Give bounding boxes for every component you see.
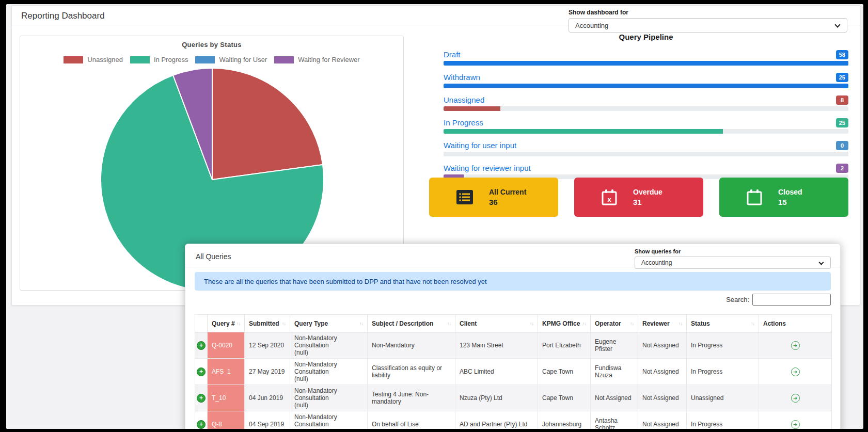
table-row[interactable]: +Q-002012 Sep 2020Non-Mandatory Consulta… — [195, 332, 832, 359]
dashboard-filter-label: Show dashboard for — [569, 9, 847, 16]
legend-swatch-icon — [195, 56, 215, 63]
column-header-subject-description[interactable]: Subject / Description↑↓ — [368, 315, 455, 332]
pipeline-rows: Draft58Withdrawn25Unassigned8In Progress… — [444, 50, 848, 179]
table-row[interactable]: +T_1004 Jun 2019Non-Mandatory Consultati… — [195, 385, 832, 411]
progress-track — [444, 84, 848, 88]
pipeline-status-link[interactable]: Unassigned — [444, 95, 484, 104]
cell-expand: + — [195, 332, 208, 359]
info-banner: These are all the queries that have been… — [195, 272, 831, 291]
column-header-expand — [195, 315, 208, 332]
search-input[interactable] — [752, 294, 831, 306]
cell-submitted: 27 May 2019 — [245, 359, 290, 385]
pipeline-status-link[interactable]: In Progress — [444, 118, 483, 127]
pipeline-status-link[interactable]: Withdrawn — [444, 73, 480, 82]
cell-subject: Testing 4 June: Non-mandatory — [368, 385, 455, 411]
pipeline-status-link[interactable]: Waiting for user input — [444, 141, 516, 150]
pipeline-row: Draft58 — [444, 50, 848, 66]
column-label: Query Type — [294, 320, 328, 327]
legend-item[interactable]: Waiting for Reviewer — [274, 56, 359, 63]
queries-filter-value: Accounting — [641, 259, 672, 266]
column-header-client[interactable]: Client↑↓ — [455, 315, 538, 332]
cell-reviewer: Not Assigned — [638, 332, 687, 359]
legend-item[interactable]: Waiting for User — [195, 56, 267, 63]
progress-fill — [444, 106, 500, 111]
column-header-query-[interactable]: Query #↑↓ — [208, 315, 245, 332]
expand-row-icon[interactable]: + — [197, 420, 206, 429]
column-header-status[interactable]: Status↑↓ — [687, 315, 759, 332]
cell-status: In Progress — [687, 332, 759, 359]
progress-track — [444, 129, 848, 134]
all-current-card[interactable]: All Current 36 — [429, 178, 558, 217]
cell-status: Unassigned — [687, 385, 759, 411]
cell-query-type: Non-Mandatory Consultation (null) — [290, 359, 368, 385]
pipeline-title: Query Pipeline — [444, 33, 848, 41]
open-query-icon[interactable]: ➜ — [791, 420, 800, 429]
table-row[interactable]: +AFS_127 May 2019Non-Mandatory Consultat… — [195, 359, 832, 385]
dashboard-filter-select[interactable]: Accounting — [569, 18, 847, 33]
progress-fill — [444, 129, 723, 134]
table-body: +Q-002012 Sep 2020Non-Mandatory Consulta… — [195, 332, 832, 429]
column-label: Submitted — [249, 320, 279, 327]
pipeline-status-link[interactable]: Waiting for reviewer input — [444, 164, 531, 172]
column-header-query-type[interactable]: Query Type↑↓ — [290, 315, 368, 332]
cell-kpmg-office: Port Elizabeth — [538, 332, 591, 359]
cell-status: In Progress — [687, 411, 759, 429]
stat-label: Overdue — [633, 188, 662, 196]
column-header-reviewer[interactable]: Reviewer↑↓ — [638, 315, 687, 332]
column-label: Actions — [763, 320, 786, 327]
legend-label: Unassigned — [87, 56, 123, 63]
legend-item[interactable]: Unassigned — [64, 56, 123, 63]
column-label: Status — [691, 320, 710, 327]
cell-client: ABC Limited — [455, 359, 538, 385]
cell-operator: Fundiswa Nzuza — [591, 359, 638, 385]
search-label: Search: — [726, 296, 749, 303]
query-pipeline: Query Pipeline Draft58Withdrawn25Unassig… — [444, 33, 848, 186]
column-header-kpmg-office[interactable]: KPMG Office↑↓ — [538, 315, 591, 332]
expand-row-icon[interactable]: + — [197, 341, 206, 350]
cell-reviewer: Not Assigned — [638, 385, 687, 411]
legend-item[interactable]: In Progress — [130, 56, 188, 63]
stat-label: Closed — [778, 188, 802, 196]
progress-track — [444, 61, 848, 66]
expand-row-icon[interactable]: + — [197, 394, 206, 403]
pie-slice-unassigned[interactable] — [212, 68, 323, 180]
cell-kpmg-office: Johannesburg — [538, 411, 591, 429]
cell-query-number: AFS_1 — [208, 359, 245, 385]
cell-subject: Classification as equity or liability — [368, 359, 455, 385]
cell-query-number: Q-0020 — [208, 332, 245, 359]
summary-cards-row: All Current 36 x Overdue 31 — [429, 178, 848, 217]
cell-query-type: Non-Mandatory Consultation (null) — [290, 385, 368, 411]
open-query-icon[interactable]: ➜ — [791, 367, 800, 376]
column-header-submitted[interactable]: Submitted↑↓ — [245, 315, 290, 332]
cell-submitted: 04 Sep 2019 — [245, 411, 290, 429]
expand-row-icon[interactable]: + — [197, 367, 206, 376]
closed-card[interactable]: Closed 15 — [719, 178, 848, 217]
page-background: Reporting Dashboard Show dashboard for A… — [6, 4, 863, 429]
cell-query-type: Non-Mandatory Consultation (null) — [290, 332, 368, 359]
table-row[interactable]: +Q-804 Sep 2019Non-Mandatory Consultatio… — [195, 411, 832, 429]
pipeline-row: Unassigned8 — [444, 95, 848, 111]
pipeline-row: In Progress25 — [444, 118, 848, 134]
legend-label: Waiting for Reviewer — [298, 56, 359, 63]
legend-label: In Progress — [154, 56, 188, 63]
chevron-down-icon — [834, 22, 840, 27]
column-label: Query # — [212, 320, 235, 327]
open-query-icon[interactable]: ➜ — [791, 394, 800, 403]
stat-text: Overdue 31 — [633, 188, 662, 206]
overdue-card[interactable]: x Overdue 31 — [574, 178, 703, 217]
cell-operator: Antasha Scholtz — [591, 411, 638, 429]
legend-label: Waiting for User — [219, 56, 267, 63]
column-header-operator[interactable]: Operator↑↓ — [591, 315, 638, 332]
cell-submitted: 04 Jun 2019 — [245, 385, 290, 411]
pipeline-status-link[interactable]: Draft — [444, 50, 461, 59]
queries-filter-label: Show queries for — [635, 248, 831, 254]
all-queries-title: All Queries — [196, 252, 231, 261]
queries-table: Query #↑↓Submitted↑↓Query Type↑↓Subject … — [195, 314, 832, 429]
column-label: Client — [460, 320, 477, 327]
queries-filter-select[interactable]: Accounting — [635, 257, 831, 269]
sort-arrows-icon: ↑↓ — [236, 321, 240, 326]
sort-arrows-icon: ↑↓ — [751, 321, 754, 326]
open-query-icon[interactable]: ➜ — [791, 341, 800, 350]
count-badge: 25 — [836, 118, 848, 127]
sort-arrows-icon: ↑↓ — [530, 321, 533, 326]
